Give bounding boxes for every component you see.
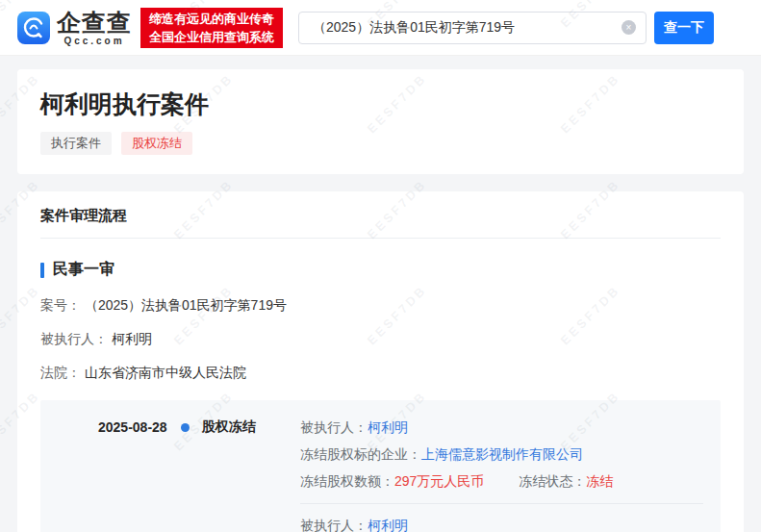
entry-row: 冻结股权数额：297万元人民币 冻结状态：冻结 [300, 468, 703, 494]
entry-amount: 冻结股权数额：297万元人民币 [300, 468, 484, 494]
top-header: 企查查 Qcc.com 缔造有远见的商业传奇 全国企业信用查询系统 × 查一下 [0, 0, 761, 56]
executed-person-link[interactable]: 柯利明 [112, 331, 152, 346]
slogan-line-2: 全国企业信用查询系统 [149, 28, 274, 46]
entry-company: 冻结股权标的企业：上海儒意影视制作有限公司 [300, 441, 583, 468]
court-value: 山东省济南市中级人民法院 [85, 365, 246, 380]
entry-person-label: 被执行人： [300, 518, 368, 532]
tag-equity-freeze: 股权冻结 [121, 132, 192, 155]
freeze-entry: 被执行人：柯利明 冻结股权标的企业：上海儒意投资管理有限公司 冻结股权数额：99… [300, 512, 703, 532]
entry-status: 冻结状态：冻结 [519, 468, 613, 494]
stage-header: 民事一审 [40, 260, 721, 280]
timeline-dot-icon [181, 423, 190, 432]
field-court: 法院： 山东省济南市中级人民法院 [40, 364, 721, 381]
entry-person-link[interactable]: 柯利明 [368, 518, 408, 532]
entry-divider [300, 503, 703, 504]
tag-enforcement-case: 执行案件 [40, 132, 112, 155]
clear-icon[interactable]: × [621, 20, 636, 35]
stage-accent-bar [40, 263, 44, 278]
case-process-card: 案件审理流程 民事一审 案号： （2025）法执鲁01民初字第719号 被执行人… [17, 191, 744, 532]
entry-amount-label: 冻结股权数额： [300, 473, 394, 489]
page-title: 柯利明执行案件 [40, 90, 721, 117]
brand-slogan: 缔造有远见的商业传奇 全国企业信用查询系统 [140, 8, 283, 48]
entry-amount-value: 297万元人民币 [394, 473, 484, 489]
entry-status-value: 冻结 [586, 473, 613, 489]
timeline-details: 被执行人：柯利明 冻结股权标的企业：上海儒意影视制作有限公司 冻结股权数额：29… [300, 414, 703, 532]
entry-company-link[interactable]: 上海儒意影视制作有限公司 [421, 446, 583, 462]
entry-status-label: 冻结状态： [519, 473, 586, 489]
entry-person-label: 被执行人： [300, 419, 368, 435]
timeline-node: 2025-08-28 股权冻结 [58, 414, 300, 441]
qcc-logo-text: 企查查 Qcc.com [57, 10, 132, 46]
entry-person: 被执行人：柯利明 [300, 414, 408, 441]
page-content: 柯利明执行案件 执行案件 股权冻结 案件审理流程 民事一审 案号： （2025）… [0, 56, 761, 532]
field-executed-person: 被执行人： 柯利明 [40, 330, 721, 347]
search-box[interactable]: × [298, 12, 647, 44]
case-tags: 执行案件 股权冻结 [40, 132, 721, 155]
executed-person-label: 被执行人： [40, 331, 108, 346]
stage-title: 民事一审 [53, 260, 114, 280]
search-input[interactable] [313, 20, 621, 36]
entry-company-label: 冻结股权标的企业： [300, 446, 421, 462]
brand-name: 企查查 [57, 10, 132, 35]
timeline-date: 2025-08-28 [98, 419, 167, 435]
field-case-number: 案号： （2025）法执鲁01民初字第719号 [40, 296, 721, 314]
slogan-line-1: 缔造有远见的商业传奇 [149, 10, 274, 28]
search-button[interactable]: 查一下 [654, 12, 714, 44]
timeline-box: 2025-08-28 股权冻结 被执行人：柯利明 冻结股权标的企业：上海儒意影视… [40, 400, 721, 532]
header-search: × 查一下 [298, 12, 714, 44]
case-title-card: 柯利明执行案件 执行案件 股权冻结 [17, 69, 744, 174]
case-number-label: 案号： [40, 297, 81, 313]
qcc-logo-icon [17, 12, 50, 44]
timeline-type: 股权冻结 [202, 418, 256, 436]
entry-person: 被执行人：柯利明 [300, 512, 408, 532]
brand-domain: Qcc.com [63, 36, 124, 46]
court-label: 法院： [40, 365, 81, 380]
entry-row: 被执行人：柯利明 冻结股权标的企业：上海儒意影视制作有限公司 [300, 414, 703, 468]
entry-person-link[interactable]: 柯利明 [368, 419, 408, 435]
case-number-value: （2025）法执鲁01民初字第719号 [85, 297, 287, 313]
entry-row: 被执行人：柯利明 冻结股权标的企业：上海儒意投资管理有限公司 [300, 512, 703, 532]
freeze-entry: 被执行人：柯利明 冻结股权标的企业：上海儒意影视制作有限公司 冻结股权数额：29… [300, 414, 703, 494]
qcc-logo[interactable]: 企查查 Qcc.com [17, 10, 132, 46]
section-title: 案件审理流程 [40, 207, 721, 239]
